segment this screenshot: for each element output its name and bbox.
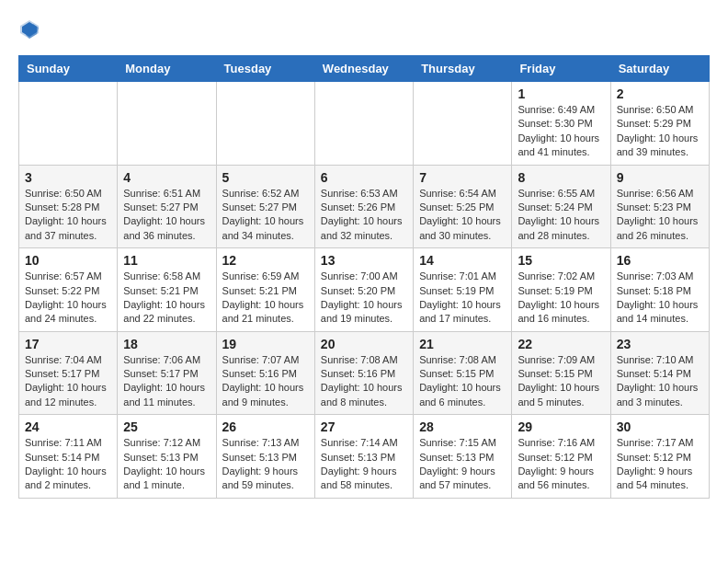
day-info-line: Sunrise: 6:51 AM (123, 187, 210, 201)
day-number: 9 (617, 170, 703, 185)
day-info-line: Sunrise: 7:03 AM (617, 270, 703, 283)
day-info-line: Sunset: 5:25 PM (419, 201, 506, 214)
day-number: 6 (321, 170, 407, 185)
calendar-cell: 24Sunrise: 7:11 AMSunset: 5:14 PMDayligh… (19, 415, 118, 499)
day-info-line: Sunrise: 6:59 AM (222, 270, 309, 283)
calendar-cell: 6Sunrise: 6:53 AMSunset: 5:26 PMDaylight… (314, 165, 413, 248)
day-info-line: Daylight: 9 hours and 57 minutes. (419, 465, 506, 493)
calendar-cell (314, 82, 413, 166)
day-info-line: Sunset: 5:17 PM (123, 367, 210, 381)
day-info-line: Sunset: 5:26 PM (321, 201, 407, 214)
day-info-line: Sunrise: 7:09 AM (518, 353, 604, 367)
calendar-cell: 26Sunrise: 7:13 AMSunset: 5:13 PMDayligh… (216, 415, 314, 499)
day-number: 15 (518, 253, 604, 268)
day-info-line: Daylight: 10 hours and 24 minutes. (25, 298, 111, 327)
calendar-header: SundayMondayTuesdayWednesdayThursdayFrid… (19, 56, 710, 82)
day-number: 7 (419, 170, 506, 185)
day-info-line: Sunrise: 7:02 AM (518, 270, 604, 283)
day-header-saturday: Saturday (610, 56, 709, 82)
day-number: 29 (518, 419, 604, 434)
day-info-line: Sunrise: 6:56 AM (617, 187, 703, 201)
day-info-line: Daylight: 10 hours and 17 minutes. (419, 298, 506, 327)
calendar-cell: 3Sunrise: 6:50 AMSunset: 5:28 PMDaylight… (19, 165, 118, 248)
logo-icon (18, 18, 40, 40)
calendar-cell: 17Sunrise: 7:04 AMSunset: 5:17 PMDayligh… (19, 331, 118, 415)
day-info-line: Sunset: 5:28 PM (25, 201, 111, 214)
day-number: 11 (123, 253, 210, 268)
day-info-line: Sunrise: 7:01 AM (419, 270, 506, 283)
calendar-cell: 20Sunrise: 7:08 AMSunset: 5:16 PMDayligh… (314, 331, 413, 415)
calendar-cell: 25Sunrise: 7:12 AMSunset: 5:13 PMDayligh… (118, 415, 216, 499)
day-info-line: Sunset: 5:20 PM (321, 284, 407, 298)
logo (18, 18, 44, 40)
day-info-line: Sunset: 5:29 PM (617, 117, 703, 131)
day-info-line: Daylight: 9 hours and 56 minutes. (518, 465, 604, 493)
day-header-monday: Monday (118, 56, 216, 82)
calendar-table: SundayMondayTuesdayWednesdayThursdayFrid… (18, 55, 710, 499)
day-info-line: Sunrise: 7:12 AM (123, 436, 210, 450)
calendar-cell: 23Sunrise: 7:10 AMSunset: 5:14 PMDayligh… (610, 331, 709, 415)
page-header (18, 18, 710, 40)
day-number: 5 (222, 170, 309, 185)
day-info-line: Sunrise: 7:04 AM (25, 353, 111, 367)
day-number: 4 (123, 170, 210, 185)
day-info-line: Sunset: 5:13 PM (419, 451, 506, 465)
day-number: 12 (222, 253, 309, 268)
day-number: 28 (419, 419, 506, 434)
day-info-line: Sunrise: 7:15 AM (419, 436, 506, 450)
day-number: 17 (25, 337, 111, 351)
day-number: 18 (123, 337, 210, 351)
day-info-line: Daylight: 10 hours and 8 minutes. (321, 381, 407, 409)
day-info-line: Sunset: 5:16 PM (321, 367, 407, 381)
day-number: 8 (518, 170, 604, 185)
calendar-cell: 27Sunrise: 7:14 AMSunset: 5:13 PMDayligh… (314, 415, 413, 499)
day-info-line: Sunrise: 7:07 AM (222, 353, 309, 367)
day-info-line: Sunset: 5:13 PM (222, 451, 309, 465)
day-info-line: Daylight: 10 hours and 11 minutes. (123, 381, 210, 409)
day-info-line: Sunrise: 7:00 AM (321, 270, 407, 283)
day-info-line: Sunrise: 7:13 AM (222, 436, 309, 450)
day-info-line: Sunrise: 6:53 AM (321, 187, 407, 201)
day-number: 25 (123, 419, 210, 434)
day-info-line: Daylight: 9 hours and 58 minutes. (321, 465, 407, 493)
day-info-line: Sunset: 5:18 PM (617, 284, 703, 298)
day-info-line: Daylight: 10 hours and 22 minutes. (123, 298, 210, 327)
day-info-line: Daylight: 9 hours and 59 minutes. (222, 465, 309, 493)
day-info-line: Sunrise: 6:52 AM (222, 187, 309, 201)
day-info-line: Sunrise: 6:57 AM (25, 270, 111, 283)
day-info-line: Sunset: 5:24 PM (518, 201, 604, 214)
calendar-cell: 9Sunrise: 6:56 AMSunset: 5:23 PMDaylight… (610, 165, 709, 248)
day-header-wednesday: Wednesday (314, 56, 413, 82)
day-info-line: Sunset: 5:30 PM (518, 117, 604, 131)
calendar-cell (19, 82, 118, 166)
day-number: 24 (25, 419, 111, 434)
day-info-line: Daylight: 10 hours and 5 minutes. (518, 381, 604, 409)
day-number: 10 (25, 253, 111, 268)
day-info-line: Sunrise: 6:54 AM (419, 187, 506, 201)
day-info-line: Sunrise: 6:58 AM (123, 270, 210, 283)
calendar-cell: 29Sunrise: 7:16 AMSunset: 5:12 PMDayligh… (512, 415, 610, 499)
day-info-line: Sunset: 5:27 PM (222, 201, 309, 214)
day-info-line: Daylight: 10 hours and 32 minutes. (321, 214, 407, 243)
day-info-line: Sunrise: 7:08 AM (321, 353, 407, 367)
calendar-week-row: 10Sunrise: 6:57 AMSunset: 5:22 PMDayligh… (19, 248, 710, 332)
day-info-line: Daylight: 10 hours and 16 minutes. (518, 298, 604, 327)
day-info-line: Sunrise: 6:49 AM (518, 103, 604, 117)
day-info-line: Daylight: 10 hours and 41 minutes. (518, 132, 604, 160)
day-info-line: Sunset: 5:12 PM (617, 451, 703, 465)
day-info-line: Daylight: 10 hours and 14 minutes. (617, 298, 703, 327)
day-info-line: Sunset: 5:16 PM (222, 367, 309, 381)
day-number: 21 (419, 337, 506, 351)
day-number: 20 (321, 337, 407, 351)
day-info-line: Sunset: 5:15 PM (518, 367, 604, 381)
calendar-cell: 16Sunrise: 7:03 AMSunset: 5:18 PMDayligh… (610, 248, 709, 332)
calendar-cell: 22Sunrise: 7:09 AMSunset: 5:15 PMDayligh… (512, 331, 610, 415)
day-info-line: Sunset: 5:14 PM (25, 451, 111, 465)
day-info-line: Daylight: 10 hours and 36 minutes. (123, 214, 210, 243)
day-info-line: Sunrise: 6:50 AM (617, 103, 703, 117)
day-info-line: Sunrise: 7:08 AM (419, 353, 506, 367)
day-header-sunday: Sunday (19, 56, 118, 82)
day-info-line: Sunset: 5:12 PM (518, 451, 604, 465)
day-header-thursday: Thursday (414, 56, 512, 82)
day-info-line: Sunset: 5:21 PM (123, 284, 210, 298)
